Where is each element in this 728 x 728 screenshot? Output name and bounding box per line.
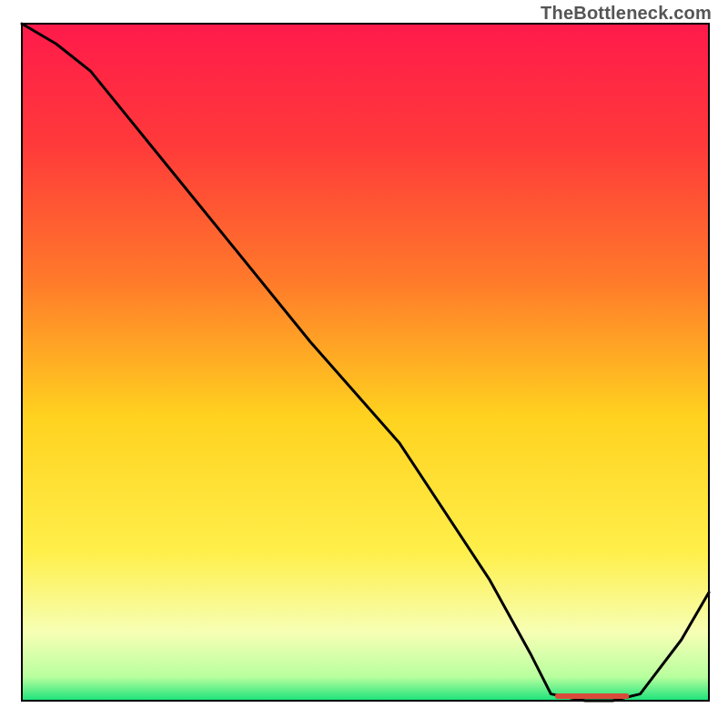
heat-gradient-background [22,24,709,701]
bottleneck-chart [0,0,728,728]
watermark-label: TheBottleneck.com [541,3,712,24]
chart-container: TheBottleneck.com [0,0,728,728]
